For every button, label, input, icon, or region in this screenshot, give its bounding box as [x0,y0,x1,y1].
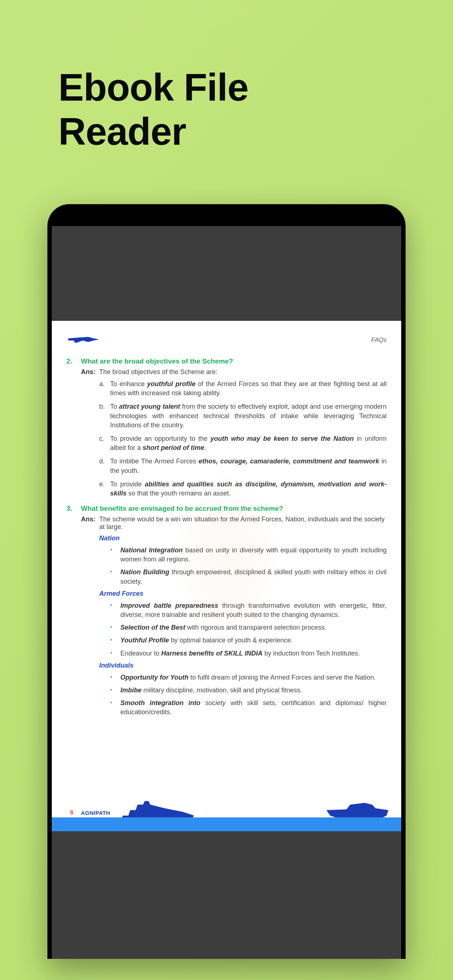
armed-bullet-3: • Youthful Profile by optimal balance of… [66,636,387,645]
page-header: FAQs [66,332,387,348]
indiv-bullet-2: • Imbibe military discipline, motivation… [66,686,387,695]
q3-text: What benefits are envisaged to be accrue… [81,504,283,512]
bullet-icon: • [110,546,114,564]
page-footer: 6 AGNIPATH [52,806,401,831]
armed-bullet-4: • Endeavour to Harness benefits of SKILL… [66,649,387,658]
bullet-text: Selection of the Best with rigorous and … [120,623,327,632]
jet-icon [66,332,99,348]
question-3: 3. What benefits are envisaged to be acc… [66,504,387,512]
phone-screen[interactable]: FAQs 2. What are the broad objectives of… [52,226,401,959]
bullet-text: Endeavour to Harness benefits of SKILL I… [120,649,360,658]
q2-item-b: b. To attract young talent from the soci… [66,402,387,430]
sea-decoration [52,818,401,831]
item-text: To provide abilities and qualities such … [110,480,387,498]
bullet-icon: • [110,568,114,586]
section-individuals: Individuals [66,662,387,670]
bullet-text: Youthful Profile by optimal balance of y… [120,636,293,645]
bullet-icon: • [110,649,114,658]
item-marker: e. [99,480,106,498]
bullet-text: Opportunity for Youth to fulfil dream of… [120,673,376,682]
phone-frame: FAQs 2. What are the broad objectives of… [48,204,405,959]
bullet-icon: • [110,623,114,632]
item-text: To attract young talent from the society… [110,402,387,430]
item-marker: a. [99,380,106,398]
q3-intro-text: The scheme would be a win win situation … [99,515,387,531]
footer-brand: AGNIPATH [81,810,110,816]
armed-bullet-2: • Selection of the Best with rigorous an… [66,623,387,632]
ans-label: Ans: [81,368,96,376]
q2-item-c: c. To provide an opportunity to the yout… [66,434,387,452]
item-marker: b. [99,402,106,430]
bullet-text: National Integration based on unity in d… [120,546,387,564]
item-marker: c. [99,434,106,452]
bullet-text: Nation Building through empowered, disci… [120,568,387,586]
q3-answer-intro: Ans: The scheme would be a win win situa… [66,515,387,531]
indiv-bullet-1: • Opportunity for Youth to fulfil dream … [66,673,387,682]
page-number: 6 [70,810,73,816]
item-text: To provide an opportunity to the youth w… [110,434,387,452]
item-text: To enhance youthful profile of the Armed… [110,380,387,398]
nation-bullet-1: • National Integration based on unity in… [66,546,387,564]
indiv-bullet-3: • Smooth integration into society with s… [66,698,387,717]
q2-number: 2. [66,357,73,365]
q2-answer-intro: Ans: The broad objectives of the Scheme … [66,368,387,376]
armed-bullet-1: • Improved battle preparedness through t… [66,601,387,619]
section-nation: Nation [66,535,387,542]
question-2: 2. What are the broad objectives of the … [66,357,387,365]
q2-intro-text: The broad objectives of the Scheme are: [99,368,217,376]
item-marker: d. [99,457,106,475]
q2-item-e: e. To provide abilities and qualities su… [66,480,387,498]
bullet-icon: • [110,686,114,695]
bullet-icon: • [110,601,114,619]
bullet-text: Smooth integration into society with ski… [120,698,387,717]
section-armed-forces: Armed Forces [66,590,387,598]
document-page[interactable]: FAQs 2. What are the broad objectives of… [52,321,401,831]
bullet-text: Improved battle preparedness through tra… [120,601,387,619]
bullet-icon: • [110,636,114,645]
ans-label: Ans: [81,515,96,531]
q2-item-d: d. To imbibe The Armed Forces ethos, cou… [66,457,387,475]
bullet-icon: • [110,698,114,717]
faqs-header-label: FAQs [371,337,387,344]
q3-number: 3. [66,504,73,512]
q2-item-a: a. To enhance youthful profile of the Ar… [66,380,387,398]
bullet-icon: • [110,673,114,682]
app-title: Ebook File Reader [58,65,248,154]
nation-bullet-2: • Nation Building through empowered, dis… [66,568,387,586]
item-text: To imbibe The Armed Forces ethos, courag… [110,457,387,475]
bullet-text: Imbibe military discipline, motivation, … [120,686,302,695]
q2-text: What are the broad objectives of the Sch… [81,357,233,365]
